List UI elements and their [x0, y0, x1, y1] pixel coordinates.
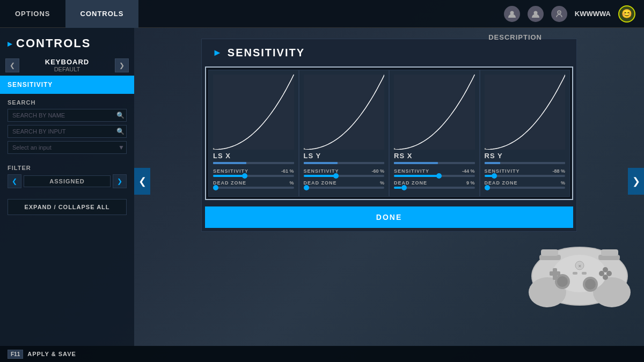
nav-next-button[interactable]: ❯: [115, 58, 129, 72]
modal-header: ► SENSITIVITY: [202, 39, 576, 67]
content-area: DESCRIPTION: [134, 28, 644, 346]
sens-card-rs_y: RS Y SENSITIVITY -88 % DEAD ZONE %: [480, 70, 570, 197]
sensitivity-slider-thumb-ls_y: [333, 173, 339, 179]
svg-point-10: [557, 276, 568, 287]
sensitivity-label-ls_y: SENSITIVITY: [304, 168, 339, 174]
modal-title: SENSITIVITY: [228, 47, 305, 59]
card-label-ls_y: LS Y: [304, 152, 385, 160]
select-input[interactable]: Select an input: [8, 141, 127, 154]
deadzone-slider-thumb-ls_y: [304, 185, 309, 190]
svg-rect-26: [601, 249, 618, 256]
keyboard-label: KEYBOARD: [23, 58, 112, 66]
deadzone-value-ls_y: %: [380, 180, 384, 186]
filter-value: ASSIGNED: [24, 175, 111, 187]
svg-point-27: [213, 148, 215, 150]
sensitivity-slider-thumb-rs_x: [436, 173, 442, 179]
curve-area-rs_x: [394, 75, 475, 150]
side-nav-right-button[interactable]: ❯: [628, 168, 644, 195]
search-input-icon[interactable]: 🔍: [116, 128, 125, 135]
controls-title: CONTROLS: [16, 36, 91, 50]
sensitivity-row-rs_x: SENSITIVITY -44 %: [394, 168, 475, 174]
svg-rect-25: [541, 249, 558, 256]
avatar-icon-3[interactable]: [551, 6, 567, 22]
deadzone-value-rs_y: %: [561, 180, 565, 186]
user-avatar-badge[interactable]: 😊: [618, 5, 635, 23]
avatar-icon-1[interactable]: [504, 6, 520, 22]
bottombar: F11 APPLY & SAVE: [0, 346, 644, 362]
deadzone-slider-fill-rs_x: [394, 187, 401, 189]
label-bar-fill-ls_x: [213, 162, 246, 164]
modal-chevron-icon: ►: [213, 47, 222, 58]
chevron-right-icon: ▸: [8, 39, 12, 49]
deadzone-row-ls_x: DEAD ZONE %: [213, 180, 294, 186]
deadzone-slider-ls_y[interactable]: [304, 187, 385, 189]
svg-point-30: [485, 148, 486, 150]
filter-prev-button[interactable]: ❮: [8, 174, 21, 188]
search-name-input[interactable]: [8, 109, 127, 122]
svg-rect-19: [573, 272, 577, 275]
nav-prev-button[interactable]: ❮: [5, 58, 19, 72]
description-header-bg: DESCRIPTION: [488, 33, 542, 41]
deadzone-row-rs_x: DEAD ZONE 9 %: [394, 180, 475, 186]
search-name-wrap: 🔍: [8, 109, 127, 122]
deadzone-label-rs_y: DEAD ZONE: [485, 180, 518, 186]
svg-point-29: [394, 148, 396, 150]
controller-area: ✕: [526, 228, 633, 314]
sidebar: ▸ CONTROLS ❮ KEYBOARD DEFAULT ❯ SENSITIV…: [0, 28, 134, 346]
deadzone-value-ls_x: %: [289, 180, 294, 186]
svg-point-3: [559, 12, 560, 13]
tab-options[interactable]: OPTIONS: [0, 0, 65, 28]
nav-label: KEYBOARD DEFAULT: [23, 58, 112, 72]
sensitivity-slider-rs_x[interactable]: [394, 175, 475, 177]
deadzone-slider-rs_y[interactable]: [485, 187, 566, 189]
card-label-rs_x: RS X: [394, 152, 475, 160]
sensitivity-slider-ls_y[interactable]: [304, 175, 385, 177]
card-label-bar-ls_y: [304, 162, 385, 164]
search-section: SEARCH 🔍 🔍 Select an input ▼: [0, 94, 134, 159]
sensitivity-slider-rs_y[interactable]: [485, 175, 566, 177]
sidebar-nav: ❮ KEYBOARD DEFAULT ❯: [0, 55, 134, 76]
label-bar-fill-rs_y: [485, 162, 500, 164]
sensitivity-slider-fill-ls_y: [304, 175, 336, 177]
deadzone-slider-rs_x[interactable]: [394, 187, 475, 189]
main-layout: ▸ CONTROLS ❮ KEYBOARD DEFAULT ❯ SENSITIV…: [0, 28, 644, 346]
deadzone-row-rs_y: DEAD ZONE %: [485, 180, 566, 186]
done-button[interactable]: DONE: [205, 206, 573, 228]
deadzone-slider-ls_x[interactable]: [213, 187, 294, 189]
curve-area-ls_y: [304, 75, 385, 150]
sensitivity-slider-ls_x[interactable]: [213, 175, 294, 177]
sensitivity-slider-fill-ls_x: [213, 175, 245, 177]
svg-rect-14: [550, 271, 560, 276]
sensitivity-value-ls_y: -60 %: [371, 168, 384, 174]
sensitivity-cards: LS X SENSITIVITY -61 % DEAD ZONE % LS Y: [205, 67, 573, 200]
sensitivity-row-ls_x: SENSITIVITY -61 %: [213, 168, 294, 174]
sens-card-rs_x: RS X SENSITIVITY -44 % DEAD ZONE 9 %: [389, 70, 480, 197]
filter-next-button[interactable]: ❯: [113, 174, 127, 188]
sensitivity-row-ls_y: SENSITIVITY -60 %: [304, 168, 385, 174]
avatar-icon-2[interactable]: [528, 6, 544, 22]
side-nav-left-button[interactable]: ❮: [134, 168, 150, 195]
sensitivity-row-rs_y: SENSITIVITY -88 %: [485, 168, 566, 174]
apply-save-label: APPLY & SAVE: [27, 351, 76, 357]
curve-area-ls_x: [213, 75, 294, 150]
sensitivity-label-rs_x: SENSITIVITY: [394, 168, 429, 174]
search-input-field[interactable]: [8, 125, 127, 138]
deadzone-slider-thumb-rs_x: [401, 185, 407, 190]
card-label-bar-rs_y: [485, 162, 566, 164]
svg-point-12: [585, 279, 596, 290]
topbar-right: KWWWWA 😊: [504, 5, 644, 23]
label-bar-fill-ls_y: [304, 162, 338, 164]
select-input-wrap: Select an input ▼: [8, 141, 127, 154]
filter-section: FILTER ❮ ASSIGNED ❯: [0, 159, 134, 194]
deadzone-value-rs_x: 9 %: [466, 180, 475, 186]
card-label-bar-ls_x: [213, 162, 294, 164]
label-bar-fill-rs_x: [394, 162, 438, 164]
done-row: DONE: [202, 203, 576, 231]
search-label: SEARCH: [8, 99, 127, 106]
expand-collapse-button[interactable]: EXPAND / COLLAPSE ALL: [8, 199, 127, 215]
sensitivity-tab[interactable]: SENSITIVITY: [0, 76, 134, 94]
tab-controls[interactable]: CONTROLS: [65, 0, 139, 28]
deadzone-slider-thumb-ls_x: [213, 185, 218, 190]
search-name-icon[interactable]: 🔍: [116, 112, 125, 119]
sensitivity-slider-thumb-ls_x: [242, 173, 247, 179]
